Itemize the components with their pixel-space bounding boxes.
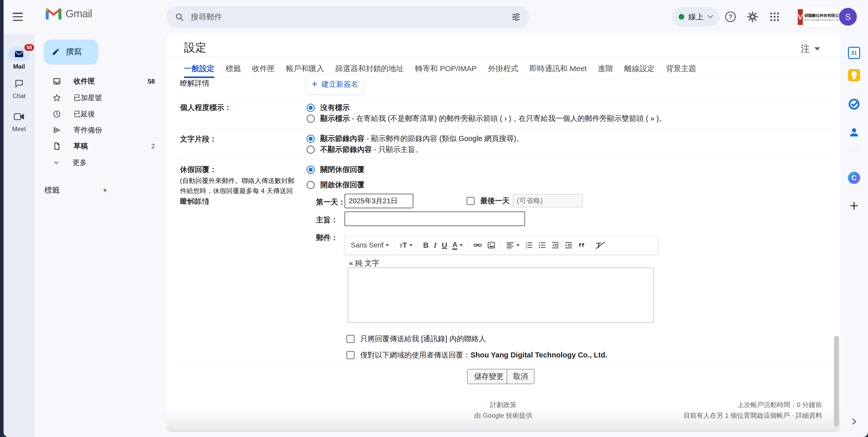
option-show-snippets[interactable]: 顯示節錄內容 - 顯示郵件的節錄內容 (類似 Google 網頁搜尋)。 (307, 134, 524, 144)
reply-contacts-only-row[interactable]: 只將回覆傳送給我 [通訊錄] 內的聯絡人 (346, 334, 486, 344)
align-button[interactable] (506, 241, 520, 249)
chevron-down-icon (385, 244, 389, 246)
font-size-button[interactable]: TT (400, 241, 413, 250)
tasks-panel-button[interactable] (840, 98, 868, 110)
create-signature-button[interactable]: + 建立新簽名 (306, 74, 364, 95)
clock-icon (53, 110, 61, 118)
first-day-label: 第一天： (316, 197, 345, 207)
sidebar-item-more[interactable]: 更多 (38, 155, 161, 171)
sidebar-item-label: 草稿 (73, 141, 138, 151)
cancel-button[interactable]: 取消 (506, 369, 534, 384)
tab-themes[interactable]: 背景主題 (666, 59, 696, 78)
reply-contacts-checkbox[interactable] (346, 335, 354, 343)
indent-less-icon[interactable] (551, 241, 559, 249)
option-vacation-off[interactable]: 關閉休假回覆 (307, 165, 365, 175)
chevron-down-icon (516, 244, 520, 246)
sidebar-item-snoozed[interactable]: 已延後 (38, 106, 161, 122)
radio-selected[interactable] (307, 104, 315, 112)
rail-item-meet[interactable]: Meet (4, 110, 34, 133)
radio-selected[interactable] (307, 166, 315, 174)
labels-section-header: 標籤 + (44, 185, 161, 195)
contacts-icon (848, 126, 860, 139)
availability-status-button[interactable]: 線上 (672, 7, 720, 26)
tab-addons[interactable]: 外掛程式 (488, 59, 518, 78)
contacts-panel-button[interactable] (840, 126, 868, 139)
numbered-list-icon[interactable]: 1 2 3 (525, 241, 533, 249)
sidebar-item-drafts[interactable]: 草稿 2 (38, 138, 161, 154)
sidebar-item-sent[interactable]: 寄件備份 (38, 122, 161, 138)
search-icon[interactable] (175, 12, 184, 22)
tab-general[interactable]: 一般設定 (184, 59, 214, 78)
sidebar-item-label: 寄件備份 (73, 125, 142, 135)
calendar-panel-button[interactable]: 31 (840, 47, 868, 59)
chevron-right-icon (850, 418, 858, 425)
message-label: 郵件： (316, 233, 338, 243)
last-day-input[interactable] (513, 194, 583, 207)
search-options-icon[interactable] (512, 12, 521, 22)
first-day-input[interactable] (344, 194, 413, 208)
text-color-button[interactable]: A (452, 241, 463, 250)
tab-chat-meet[interactable]: 即時通訊和 Meet (529, 59, 587, 78)
radio-unselected[interactable] (307, 181, 315, 189)
create-label-button[interactable]: + (103, 186, 161, 195)
radio-unselected[interactable] (307, 115, 315, 123)
tab-inbox[interactable]: 收件匣 (252, 59, 275, 78)
reply-domain-checkbox[interactable] (346, 351, 354, 359)
save-changes-button[interactable]: 儲存變更 (467, 369, 510, 384)
option-hide-snippets[interactable]: 不顯示節錄內容 - 只顯示主旨。 (307, 145, 423, 155)
labels-header-text: 標籤 (44, 185, 103, 195)
option-show-indicators[interactable]: 顯示標示 - 在寄給我 (不是郵寄清單) 的郵件旁顯示箭頭 ( › )，在只寄給… (307, 114, 666, 124)
google-apps-button[interactable] (764, 6, 785, 27)
insert-image-icon[interactable] (487, 241, 496, 250)
bold-button[interactable]: B (423, 241, 429, 250)
last-day-checkbox[interactable] (466, 197, 475, 205)
tab-forwarding-pop-imap[interactable]: 轉寄和 POP/IMAP (415, 59, 477, 78)
option-vacation-on[interactable]: 開啟休假回覆 (307, 180, 365, 190)
details-link[interactable]: 詳細資料 (796, 412, 822, 419)
sidebar-item-inbox[interactable]: 收件匣 58 (38, 74, 161, 89)
radio-unselected[interactable] (307, 146, 315, 154)
underline-button[interactable]: U (442, 241, 447, 250)
input-method-button[interactable]: 注 (801, 43, 820, 55)
tab-advanced[interactable]: 進階 (598, 59, 613, 78)
reply-domain-only-row[interactable]: 僅對以下網域的使用者傳送回覆：Shou Yang Digital Technol… (346, 350, 607, 360)
sidebar-item-label: 更多 (72, 158, 142, 168)
sidebar-item-starred[interactable]: 已加星號 (38, 90, 161, 106)
subject-input[interactable] (344, 211, 525, 226)
rail-item-chat[interactable]: Chat (4, 77, 34, 99)
scrollbar-thumb[interactable] (834, 336, 839, 427)
option-no-indicators[interactable]: 沒有標示 (307, 103, 350, 113)
vacation-message-textarea[interactable] (348, 267, 654, 323)
remove-formatting-icon[interactable]: T (596, 241, 601, 250)
account-avatar[interactable]: S (839, 8, 857, 26)
tab-offline[interactable]: 離線設定 (624, 59, 655, 78)
quote-icon[interactable] (578, 241, 586, 249)
tab-labels[interactable]: 標籤 (226, 59, 241, 78)
plain-text-link[interactable]: « 純 文字 (349, 258, 379, 268)
chevron-down-icon (53, 159, 60, 166)
italic-button[interactable]: I (434, 241, 437, 250)
signature-learn-more-link[interactable]: 瞭解詳情 (180, 78, 209, 88)
workspace-logo-chip[interactable]: V 碩陽數位科技有限公司 Shou Yang Digital Technolog… (796, 7, 837, 27)
bulleted-list-icon[interactable] (538, 241, 546, 249)
vacation-learn-more-link[interactable]: 瞭解詳情 (180, 196, 209, 207)
last-day-checkbox-row[interactable]: 最後一天： (466, 196, 517, 206)
radio-selected[interactable] (307, 135, 315, 143)
mail-pill[interactable]: 58 (8, 47, 30, 61)
search-input[interactable] (191, 12, 505, 22)
compose-button[interactable]: 撰寫 (44, 40, 98, 64)
keep-panel-button[interactable] (840, 69, 868, 81)
svg-text:?: ? (728, 13, 732, 20)
font-family-select[interactable]: Sans Serif (351, 241, 389, 249)
hide-side-panel-button[interactable] (840, 418, 868, 425)
main-menu-button[interactable] (11, 11, 24, 22)
insert-link-icon[interactable] (473, 241, 482, 250)
settings-gear-button[interactable] (742, 6, 763, 27)
addon-panel-button[interactable]: C (840, 172, 868, 184)
get-addons-button[interactable] (840, 201, 868, 211)
indent-more-icon[interactable] (564, 241, 572, 249)
help-button[interactable]: ? (720, 6, 741, 27)
gmail-logo[interactable]: Gmail (46, 8, 92, 20)
search-bar[interactable] (166, 6, 529, 28)
rail-item-mail[interactable]: 58 Mail (4, 47, 34, 70)
